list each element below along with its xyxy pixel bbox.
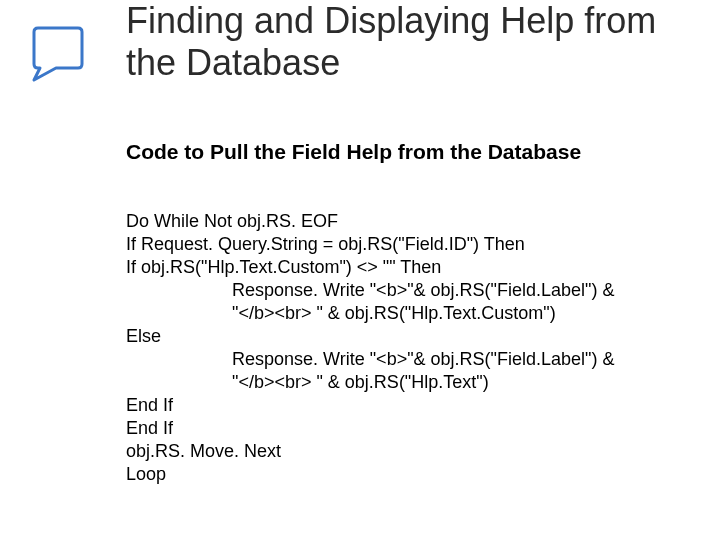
code-line: If obj.RS("Hlp.Text.Custom") <> "" Then	[126, 257, 441, 277]
code-line: Loop	[126, 464, 166, 484]
slide-title: Finding and Displaying Help from the Dat…	[126, 0, 686, 85]
code-block: Do While Not obj.RS. EOF If Request. Que…	[126, 210, 686, 486]
code-line: Response. Write "<b>"& obj.RS("Field.Lab…	[232, 280, 614, 300]
code-line: "</b><br> " & obj.RS("Hlp.Text.Custom")	[232, 303, 556, 323]
code-line: End If	[126, 418, 173, 438]
code-line: Else	[126, 326, 161, 346]
note-icon	[20, 18, 92, 90]
slide-subtitle: Code to Pull the Field Help from the Dat…	[126, 140, 686, 164]
code-line: End If	[126, 395, 173, 415]
code-line: Response. Write "<b>"& obj.RS("Field.Lab…	[232, 349, 614, 369]
code-line: Do While Not obj.RS. EOF	[126, 211, 338, 231]
code-line: "</b><br> " & obj.RS("Hlp.Text")	[232, 372, 489, 392]
slide: Finding and Displaying Help from the Dat…	[0, 0, 720, 540]
code-line: obj.RS. Move. Next	[126, 441, 281, 461]
code-line: If Request. Query.String = obj.RS("Field…	[126, 234, 525, 254]
